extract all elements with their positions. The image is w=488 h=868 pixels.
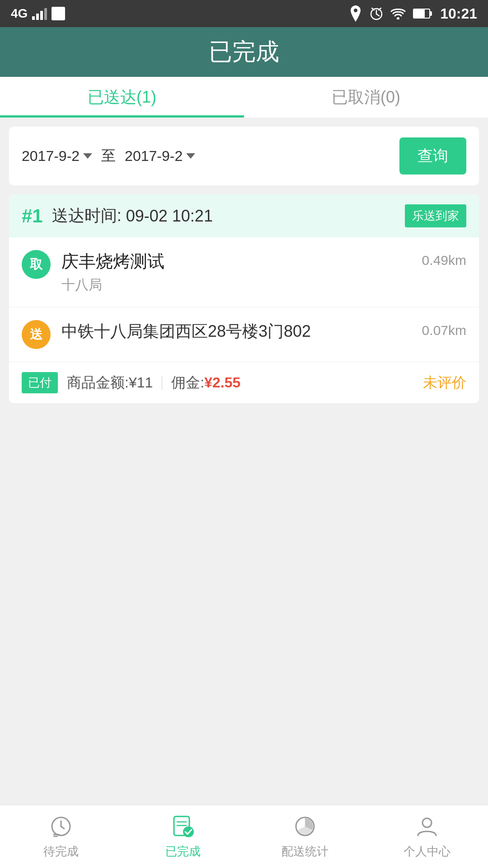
svg-point-0	[354, 9, 357, 12]
commission-label: 佣金:¥2.55	[171, 373, 240, 393]
footer-divider	[162, 376, 162, 390]
start-date-arrow-icon	[83, 153, 92, 159]
nav-item-profile[interactable]: 个人中心	[366, 805, 488, 868]
order-card: #1 送达时间: 09-02 10:21 乐送到家 取 庆丰烧烤测试 十八局 0…	[9, 194, 479, 403]
order-header: #1 送达时间: 09-02 10:21 乐送到家	[9, 194, 479, 237]
tab-bar: 已送达(1) 已取消(0)	[0, 77, 488, 118]
carrier-text: 4G	[11, 6, 28, 21]
svg-line-4	[372, 8, 374, 10]
pickup-icon: 取	[22, 250, 51, 279]
end-date-picker[interactable]: 2017-9-2	[125, 148, 195, 165]
signal-icon	[32, 7, 47, 20]
profile-nav-icon	[414, 814, 440, 839]
end-date-arrow-icon	[186, 153, 195, 159]
pickup-distance: 0.49km	[422, 253, 466, 268]
query-button[interactable]: 查询	[399, 137, 466, 175]
completed-nav-icon	[170, 814, 196, 839]
battery-icon	[413, 9, 430, 19]
delivery-address: 中铁十八局集团西区28号楼3门802	[61, 320, 411, 343]
pickup-row: 取 庆丰烧烤测试 十八局 0.49km	[9, 237, 479, 307]
tab-delivered[interactable]: 已送达(1)	[0, 77, 244, 118]
nav-item-stats[interactable]: 配送统计	[244, 805, 366, 868]
start-date-value: 2017-9-2	[22, 148, 80, 165]
svg-point-6	[397, 17, 399, 19]
nav-item-pending[interactable]: 待完成	[0, 805, 122, 868]
order-amount: 商品金额:¥11	[67, 373, 153, 393]
delivery-info: 中铁十八局集团西区28号楼3门802	[61, 320, 411, 343]
profile-nav-label: 个人中心	[404, 844, 450, 859]
svg-line-9	[61, 826, 64, 829]
stats-nav-icon	[292, 814, 318, 839]
order-number: #1	[22, 205, 43, 227]
date-filter: 2017-9-2 至 2017-9-2 查询	[9, 127, 479, 185]
delivery-distance: 0.07km	[422, 323, 466, 338]
commission-value: ¥2.55	[204, 374, 240, 391]
svg-line-5	[379, 8, 381, 10]
location-status-icon	[349, 5, 362, 22]
pickup-info: 庆丰烧烤测试 十八局	[61, 250, 411, 294]
completed-nav-label: 已完成	[165, 844, 201, 859]
status-bar: 4G	[0, 0, 488, 27]
pending-nav-icon	[48, 814, 74, 839]
tab-cancelled[interactable]: 已取消(0)	[244, 77, 488, 118]
end-date-value: 2017-9-2	[125, 148, 183, 165]
start-date-picker[interactable]: 2017-9-2	[22, 148, 92, 165]
date-separator: 至	[101, 146, 116, 166]
delivery-row: 送 中铁十八局集团西区28号楼3门802 0.07km	[9, 307, 479, 362]
sim-icon	[52, 7, 65, 20]
bottom-nav: 待完成 已完成 配送统计	[0, 805, 488, 868]
paid-badge: 已付	[22, 372, 58, 393]
review-button[interactable]: 未评价	[423, 373, 466, 393]
page-header: 已完成	[0, 27, 488, 77]
nav-item-completed[interactable]: 已完成	[122, 805, 244, 868]
order-footer: 已付 商品金额:¥11 佣金:¥2.55 未评价	[9, 362, 479, 403]
empty-area	[0, 403, 488, 765]
restaurant-name: 庆丰烧烤测试	[61, 250, 411, 273]
order-time-label: 送达时间:	[52, 205, 122, 227]
svg-point-17	[422, 818, 432, 827]
delivery-icon: 送	[22, 320, 51, 349]
pending-nav-label: 待完成	[43, 844, 79, 859]
page-title: 已完成	[209, 36, 279, 68]
stats-nav-label: 配送统计	[282, 844, 328, 859]
svg-line-3	[376, 14, 379, 16]
alarm-icon	[370, 6, 383, 21]
wifi-icon	[390, 8, 406, 19]
order-time-value: 09-02 10:21	[126, 207, 213, 226]
status-left: 4G	[11, 6, 65, 21]
restaurant-sub: 十八局	[61, 276, 411, 294]
status-right: 10:21	[349, 5, 477, 22]
time-display: 10:21	[440, 5, 477, 22]
order-source-tag: 乐送到家	[405, 204, 466, 227]
